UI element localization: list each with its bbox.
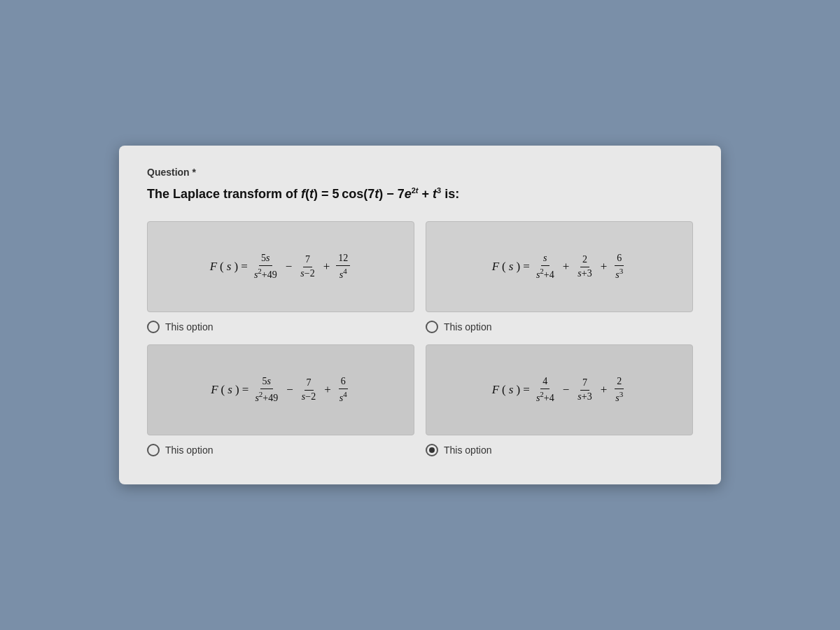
option-b-formula: F(s) = s s2+4 + 2 s+3 + 6 s [492, 252, 627, 281]
option-d-label: This option [444, 444, 491, 456]
options-grid: F(s) = 5s s2+49 − 7 s−2 + 12 [147, 221, 693, 456]
option-a-label: This option [165, 321, 213, 332]
question-label: Question * [147, 167, 693, 178]
option-c-radio-row[interactable]: This option [147, 444, 213, 456]
option-a-formula-box: F(s) = 5s s2+49 − 7 s−2 + 12 [147, 221, 414, 312]
option-a-cell: F(s) = 5s s2+49 − 7 s−2 + 12 [147, 221, 414, 333]
option-d-formula-box: F(s) = 4 s2+4 − 7 s+3 + 2 s [426, 344, 693, 435]
option-b-radio[interactable] [426, 321, 438, 333]
option-a-radio-row[interactable]: This option [147, 321, 213, 333]
option-b-label: This option [444, 321, 491, 332]
option-d-cell: F(s) = 4 s2+4 − 7 s+3 + 2 s [426, 344, 693, 456]
option-b-cell: F(s) = s s2+4 + 2 s+3 + 6 s [426, 221, 693, 333]
question-container: Question * The Laplace transform of f(t)… [119, 146, 721, 484]
option-c-formula: F(s) = 5s s2+49 − 7 s−2 + 6 [211, 375, 351, 404]
option-d-radio[interactable] [426, 444, 438, 456]
option-a-radio[interactable] [147, 321, 160, 333]
option-c-radio[interactable] [147, 444, 160, 456]
option-b-formula-box: F(s) = s s2+4 + 2 s+3 + 6 s [426, 221, 693, 312]
option-a-formula: F(s) = 5s s2+49 − 7 s−2 + 12 [210, 252, 352, 281]
option-c-cell: F(s) = 5s s2+49 − 7 s−2 + 6 [147, 344, 414, 456]
option-d-formula: F(s) = 4 s2+4 − 7 s+3 + 2 s [492, 375, 627, 404]
option-c-formula-box: F(s) = 5s s2+49 − 7 s−2 + 6 [147, 344, 414, 435]
option-c-label: This option [165, 444, 213, 456]
question-text: The Laplace transform of f(t) = 5 cos(7t… [147, 186, 693, 202]
option-b-radio-row[interactable]: This option [426, 321, 491, 333]
option-d-radio-row[interactable]: This option [426, 444, 491, 456]
